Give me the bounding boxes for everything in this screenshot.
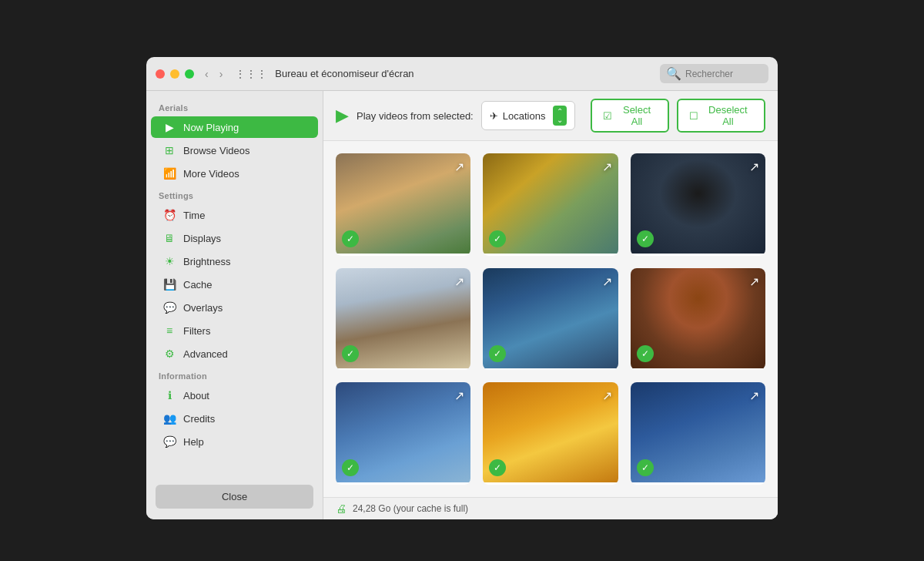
sidebar-item-overlays[interactable]: 💬 Overlays [151,297,318,318]
now-playing-icon: ▶ [163,121,176,133]
video-card-row3c[interactable]: ↗ ✓ Hong Kong 4 videos [631,382,765,485]
sidebar-item-brightness[interactable]: ☀ Brightness [151,250,318,272]
sidebar-app-label: Aerials [146,97,323,116]
sidebar-item-advanced[interactable]: ⚙ Advanced [151,343,318,364]
advanced-icon: ⚙ [163,348,176,360]
titlebar: ‹ › ⋮⋮⋮ Bureau et économiseur d'écran 🔍 [146,57,778,91]
selected-badge: ✓ [489,230,506,247]
video-card-colorado[interactable]: ↗ ✓ Colorado 2 videos [336,268,470,371]
forward-button[interactable]: › [216,66,226,82]
video-info: China 7 videos [631,254,765,256]
video-thumbnail: ↗ ✓ [631,382,765,482]
sidebar-label-about: About [183,390,209,401]
video-card-arizona[interactable]: ↗ ✓ Arizona 3 videos [336,153,470,256]
video-info: Colorado 2 videos [336,368,470,371]
video-card-grand-canyon[interactable]: ↗ ✓ Grand Canyon 5 videos [631,268,765,371]
selected-badge: ✓ [637,345,654,362]
share-icon[interactable]: ↗ [454,388,464,403]
share-icon[interactable]: ↗ [602,274,612,289]
cache-status-icon: 🖨 [336,502,346,515]
video-thumbnail: ↗ ✓ [336,153,470,254]
location-dropdown[interactable]: ✈ Locations ⌃⌄ [481,101,576,130]
selected-badge: ✓ [637,459,654,476]
deselect-all-button[interactable]: ☐ Deselect All [677,99,765,133]
sidebar-item-filters[interactable]: ≡ Filters [151,320,318,341]
search-box[interactable]: 🔍 [660,64,768,83]
selected-badge: ✓ [489,459,506,476]
cache-icon: 💾 [163,278,176,291]
app-window: ‹ › ⋮⋮⋮ Bureau et économiseur d'écran 🔍 … [146,57,778,519]
video-info: Arizona 3 videos [336,254,470,256]
share-icon[interactable]: ↗ [749,388,759,403]
sidebar-item-help[interactable]: 💬 Help [151,431,318,452]
traffic-lights [156,69,194,79]
time-icon: ⏰ [163,209,176,221]
sidebar-label-more-videos: More Videos [183,168,239,180]
filters-icon: ≡ [163,324,176,337]
sidebar-item-browse-videos[interactable]: ⊞ Browse Videos [151,139,318,161]
sidebar-item-displays[interactable]: 🖥 Displays [151,227,318,249]
video-card-california[interactable]: ↗ ✓ California 14 videos [483,153,618,256]
sidebar-settings-label: Settings [146,185,323,203]
share-icon[interactable]: ↗ [602,388,612,403]
sidebar-item-time[interactable]: ⏰ Time [151,204,318,226]
share-icon[interactable]: ↗ [749,274,759,289]
video-grid: ↗ ✓ Arizona 3 videos ↗ ✓ California 14 v… [323,141,778,497]
play-label: Play videos from selected: [357,110,474,122]
sidebar-item-about[interactable]: ℹ About [151,385,318,406]
video-info: Hong Kong 4 videos [631,482,765,485]
sidebar-label-time: Time [183,210,205,221]
more-videos-icon: 📶 [163,167,176,180]
sidebar-label-cache: Cache [183,279,213,291]
grid-icon: ⋮⋮⋮ [235,68,267,80]
back-button[interactable]: ‹ [202,66,212,82]
sidebar: Aerials ▶ Now Playing ⊞ Browse Videos 📶 … [146,91,323,519]
right-panel: ▶ Play videos from selected: ✈ Locations… [323,91,778,519]
selected-badge: ✓ [342,230,359,247]
select-all-button[interactable]: ☑ Select All [591,99,668,133]
sidebar-label-overlays: Overlays [183,302,223,314]
video-card-row3a[interactable]: ↗ ✓ Greenland 3 videos [336,382,470,485]
video-card-row3b[interactable]: ↗ ✓ Hawaii 6 videos [483,382,618,485]
brightness-icon: ☀ [163,255,176,267]
displays-icon: 🖥 [163,232,176,244]
credits-icon: 👥 [163,412,176,425]
video-thumbnail: ↗ ✓ [631,153,765,254]
share-icon[interactable]: ↗ [454,160,464,174]
video-info: Dubai 5 videos [483,368,618,371]
sidebar-item-now-playing[interactable]: ▶ Now Playing [151,116,318,138]
sidebar-label-filters: Filters [183,325,210,337]
toolbar: ▶ Play videos from selected: ✈ Locations… [323,91,778,141]
sidebar-label-browse-videos: Browse Videos [183,145,249,156]
maximize-button[interactable] [185,69,194,79]
close-button[interactable]: Close [156,485,313,509]
minimize-button[interactable] [170,69,179,79]
location-icon: ✈ [490,110,498,122]
sidebar-item-credits[interactable]: 👥 Credits [151,408,318,429]
sidebar-label-credits: Credits [183,413,215,425]
sidebar-item-more-videos[interactable]: 📶 More Videos [151,163,318,184]
share-icon[interactable]: ↗ [454,274,464,289]
share-icon[interactable]: ↗ [602,160,612,174]
video-card-china[interactable]: ↗ ✓ China 7 videos [631,153,765,256]
video-thumbnail: ↗ ✓ [483,382,618,482]
main-content: Aerials ▶ Now Playing ⊞ Browse Videos 📶 … [146,91,778,519]
sidebar-item-cache[interactable]: 💾 Cache [151,274,318,295]
video-info: Greenland 3 videos [336,482,470,485]
share-icon[interactable]: ↗ [749,160,759,174]
nav-buttons: ‹ › [202,66,226,82]
video-card-dubai[interactable]: ↗ ✓ Dubai 5 videos [483,268,618,371]
sidebar-label-displays: Displays [183,233,221,244]
video-info: California 14 videos [483,254,618,256]
search-input[interactable] [685,69,762,79]
play-button[interactable]: ▶ [336,106,349,126]
selected-badge: ✓ [637,230,654,247]
selected-badge: ✓ [342,459,359,476]
select-all-check-icon: ☑ [603,110,612,122]
sidebar-label-now-playing: Now Playing [183,122,239,133]
video-thumbnail: ↗ ✓ [336,268,470,368]
close-button[interactable] [156,69,165,79]
video-info: Grand Canyon 5 videos [631,368,765,371]
window-title: Bureau et économiseur d'écran [275,68,660,79]
sidebar-information-label: Information [146,365,323,384]
